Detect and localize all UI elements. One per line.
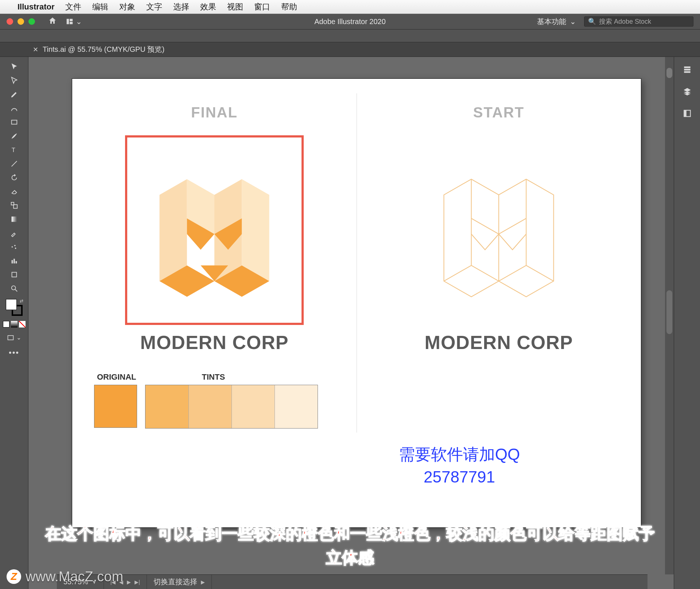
app-title: Adobe Illustrator 2020: [314, 18, 386, 26]
overlay-caption-line2: 立体感: [11, 546, 689, 570]
home-icon[interactable]: [48, 16, 57, 27]
rectangle-tool[interactable]: [2, 116, 27, 128]
swatch-tint-2[interactable]: [188, 385, 232, 428]
nav-next-icon[interactable]: ▶: [127, 579, 131, 585]
selection-tool[interactable]: [2, 61, 27, 73]
svg-rect-3: [11, 120, 17, 124]
nav-last-icon[interactable]: ▶|: [135, 579, 140, 585]
brand-text-left: MODERN CORP: [72, 332, 357, 353]
gradient-tool[interactable]: [2, 213, 27, 225]
menu-type[interactable]: 文字: [146, 1, 162, 12]
svg-point-16: [11, 286, 15, 290]
svg-marker-19: [160, 179, 187, 281]
svg-rect-12: [11, 260, 13, 263]
workspace: T ⇄ ⌄ •••: [0, 57, 700, 589]
tool-hint-text: 切换直接选择: [153, 577, 197, 587]
svg-point-9: [11, 246, 13, 248]
label-tints: TINTS: [202, 372, 225, 382]
properties-panel-icon[interactable]: [681, 63, 693, 76]
edit-toolbar-button[interactable]: •••: [9, 348, 19, 357]
paintbrush-tool[interactable]: [2, 130, 27, 142]
pen-tool[interactable]: [2, 88, 27, 101]
app-name[interactable]: Illustrator: [18, 2, 54, 12]
svg-rect-14: [15, 261, 17, 263]
fill-swatch[interactable]: [6, 299, 17, 310]
scale-tool[interactable]: [2, 199, 27, 212]
document-tab-strip: ✕ Tints.ai @ 55.75% (CMYK/GPU 预览): [0, 42, 700, 57]
swap-fill-stroke-icon[interactable]: ⇄: [20, 298, 23, 303]
menu-select[interactable]: 选择: [173, 1, 189, 12]
layers-panel-icon[interactable]: [681, 85, 693, 98]
libraries-panel-icon[interactable]: [681, 107, 693, 120]
artboard-tool[interactable]: [2, 268, 27, 281]
document-tab[interactable]: ✕ Tints.ai @ 55.75% (CMYK/GPU 预览): [33, 44, 164, 54]
watermark-badge-icon: Z: [7, 569, 21, 584]
menu-edit[interactable]: 编辑: [92, 1, 108, 12]
line-tool[interactable]: [2, 158, 27, 170]
workspace-switcher[interactable]: 基本功能 ⌄: [537, 17, 576, 27]
chevron-down-icon: ⌄: [76, 17, 82, 26]
tools-panel: T ⇄ ⌄ •••: [0, 57, 28, 589]
search-stock-field[interactable]: 🔍 搜索 Adobe Stock: [584, 16, 693, 27]
type-tool[interactable]: T: [2, 144, 27, 156]
document-tab-label: Tints.ai @ 55.75% (CMYK/GPU 预览): [43, 44, 164, 54]
swatch-tint-3[interactable]: [232, 385, 275, 428]
svg-rect-18: [8, 336, 13, 340]
window-controls: [0, 18, 42, 25]
vertical-scrollbar[interactable]: [665, 57, 674, 574]
fill-stroke-control[interactable]: ⇄: [6, 299, 23, 316]
screen-mode-buttons[interactable]: ⌄: [7, 334, 21, 341]
status-bar: 55.75% ▼ |◀ ◀ ▶ ▶| 切换直接选择 ▶: [57, 574, 648, 589]
svg-rect-8: [11, 217, 17, 222]
fullscreen-window-button[interactable]: [28, 18, 35, 25]
heading-final: FINAL: [72, 104, 357, 121]
swatch-original[interactable]: [94, 385, 137, 428]
svg-rect-2: [70, 22, 73, 24]
swatch-row: [94, 385, 357, 429]
close-window-button[interactable]: [7, 18, 13, 25]
svg-rect-0: [67, 19, 69, 24]
svg-line-5: [11, 161, 17, 167]
overlay-caption: 在这个图标中，可以看到一些较深的橙色和一些浅橙色，较浅的颜色可以给等距图赋予 立…: [0, 522, 700, 570]
color-mode-none[interactable]: [19, 321, 26, 328]
curvature-tool[interactable]: [2, 102, 27, 115]
column-graph-tool[interactable]: [2, 255, 27, 267]
overlay-qq-line1: 需要软件请加QQ: [357, 443, 561, 466]
swatch-tint-4[interactable]: [275, 385, 318, 428]
zoom-tool[interactable]: [2, 282, 27, 295]
direct-selection-tool[interactable]: [2, 74, 27, 87]
watermark-text: www.MacZ.com: [26, 569, 123, 585]
start-logo[interactable]: [409, 135, 588, 325]
workspace-label: 基本功能: [537, 17, 566, 27]
final-logo[interactable]: [125, 135, 304, 325]
menu-window[interactable]: 窗口: [254, 1, 270, 12]
artboard-left-column: FINAL: [72, 79, 357, 527]
eyedropper-tool[interactable]: [2, 227, 27, 239]
arrange-documents-button[interactable]: ⌄: [66, 17, 82, 26]
menu-effect[interactable]: 效果: [200, 1, 216, 12]
swatch-tint-1[interactable]: [145, 385, 188, 428]
app-titlebar: ⌄ Adobe Illustrator 2020 基本功能 ⌄ 🔍 搜索 Ado…: [0, 14, 700, 29]
tool-hint: 切换直接选择 ▶: [147, 575, 212, 589]
svg-line-17: [15, 290, 17, 292]
symbol-sprayer-tool[interactable]: [2, 241, 27, 253]
menu-help[interactable]: 帮助: [281, 1, 297, 12]
color-mode-solid[interactable]: [3, 321, 9, 328]
scrollbar-thumb[interactable]: [666, 290, 672, 334]
rotate-tool[interactable]: [2, 171, 27, 184]
eraser-tool[interactable]: [2, 185, 27, 198]
search-icon: 🔍: [588, 18, 596, 26]
color-mode-gradient[interactable]: [11, 321, 18, 328]
svg-rect-33: [684, 110, 687, 116]
canvas[interactable]: FINAL: [28, 57, 674, 589]
minimize-window-button[interactable]: [18, 18, 24, 25]
menu-object[interactable]: 对象: [119, 1, 135, 12]
svg-marker-22: [242, 179, 269, 281]
menu-view[interactable]: 视图: [227, 1, 243, 12]
search-placeholder: 搜索 Adobe Stock: [599, 17, 651, 26]
svg-rect-13: [13, 259, 15, 264]
menu-file[interactable]: 文件: [65, 1, 81, 12]
swatch-tints-group: [145, 385, 318, 429]
close-tab-icon[interactable]: ✕: [33, 46, 38, 54]
chevron-down-icon: ⌄: [570, 17, 576, 26]
